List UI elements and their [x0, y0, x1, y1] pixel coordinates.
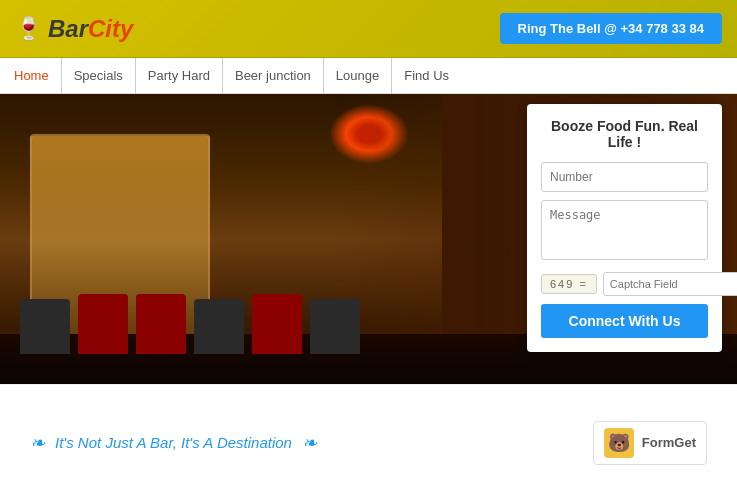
stool-1 — [20, 299, 70, 354]
nav-item-party-hard[interactable]: Party Hard — [136, 58, 223, 94]
formget-badge[interactable]: 🐻 FormGet — [593, 421, 707, 465]
hero-section: Booze Food Fun. Real Life ! 649 = Connec… — [0, 94, 737, 384]
nav-item-specials[interactable]: Specials — [62, 58, 136, 94]
card-title: Booze Food Fun. Real Life ! — [541, 118, 708, 150]
stool-5 — [252, 294, 302, 354]
logo-icon: 🍷 — [15, 16, 42, 42]
nav-item-beer-junction[interactable]: Beer junction — [223, 58, 324, 94]
stool-3 — [136, 294, 186, 354]
formget-label: FormGet — [642, 435, 696, 450]
logo-city-text: City — [88, 15, 133, 42]
tagline-text: It's Not Just A Bar, It's A Destination — [55, 434, 292, 451]
captcha-value: 649 = — [541, 274, 597, 294]
ring-bell-button[interactable]: Ring The Bell @ +34 778 33 84 — [500, 13, 722, 44]
tagline-right-icon: ❧ — [302, 432, 317, 454]
message-input[interactable] — [541, 200, 708, 260]
tagline-area: ❧ It's Not Just A Bar, It's A Destinatio… — [30, 432, 317, 454]
tagline-left-icon: ❧ — [30, 432, 45, 454]
stool-6 — [310, 299, 360, 354]
logo-text: BarCity — [48, 15, 133, 43]
nav-item-home[interactable]: Home — [10, 58, 62, 94]
stool-4 — [194, 299, 244, 354]
nav-item-find-us[interactable]: Find Us — [392, 58, 461, 94]
captcha-input[interactable] — [603, 272, 737, 296]
bar-stools-decor — [0, 274, 442, 354]
number-input[interactable] — [541, 162, 708, 192]
main-nav: Home Specials Party Hard Beer junction L… — [0, 58, 737, 94]
logo: 🍷 BarCity — [15, 15, 133, 43]
stool-2 — [78, 294, 128, 354]
captcha-row: 649 = — [541, 272, 708, 296]
connect-button[interactable]: Connect With Us — [541, 304, 708, 338]
contact-card: Booze Food Fun. Real Life ! 649 = Connec… — [527, 104, 722, 352]
bottom-section: ❧ It's Not Just A Bar, It's A Destinatio… — [0, 384, 737, 500]
site-header: 🍷 BarCity Ring The Bell @ +34 778 33 84 — [0, 0, 737, 58]
nav-item-lounge[interactable]: Lounge — [324, 58, 392, 94]
logo-bar-text: Bar — [48, 15, 88, 42]
formget-mascot-icon: 🐻 — [604, 428, 634, 458]
